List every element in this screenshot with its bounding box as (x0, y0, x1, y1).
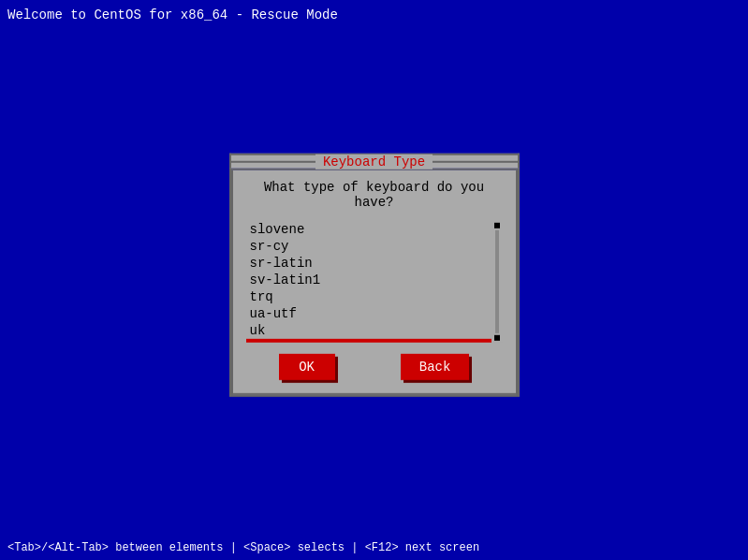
list-item[interactable]: us (246, 339, 491, 343)
list-item[interactable]: trq (246, 288, 491, 305)
list-items[interactable]: slovenesr-cysr-latinsv-latin1trqua-utfuk… (246, 221, 491, 343)
scroll-up-indicator (494, 223, 500, 228)
title-line-right (433, 161, 517, 163)
list-item[interactable]: uk (246, 322, 491, 339)
scrollbar[interactable] (491, 221, 503, 343)
dialog-title: Keyboard Type (315, 155, 433, 169)
ok-button[interactable]: OK (279, 354, 335, 380)
buttons-row: OK Back (246, 354, 503, 380)
title-line-left (231, 161, 315, 163)
list-item[interactable]: sr-latin (246, 255, 491, 272)
keyboard-list-area[interactable]: slovenesr-cysr-latinsv-latin1trqua-utfuk… (246, 221, 503, 343)
scroll-track (495, 230, 499, 333)
list-item[interactable]: sv-latin1 (246, 272, 491, 288)
question-text: What type of keyboard do you have? (246, 180, 503, 210)
status-bar: <Tab>/<Alt-Tab> between elements | <Spac… (7, 541, 741, 554)
dialog-frame: What type of keyboard do you have? slove… (231, 170, 518, 395)
status-text: <Tab>/<Alt-Tab> between elements | <Spac… (7, 541, 479, 554)
window-title: Welcome to CentOS for x86_64 - Rescue Mo… (7, 7, 338, 22)
list-item[interactable]: sr-cy (246, 238, 491, 255)
title-bar: Welcome to CentOS for x86_64 - Rescue Mo… (7, 7, 338, 22)
scroll-down-indicator (494, 335, 500, 341)
list-item[interactable]: ua-utf (246, 305, 491, 322)
back-button[interactable]: Back (401, 354, 470, 380)
dialog-box: What type of keyboard do you have? slove… (229, 169, 520, 397)
dialog-overlay: Keyboard Type What type of keyboard do y… (229, 154, 520, 397)
list-item[interactable]: slovene (246, 221, 491, 238)
dialog-title-wrapper: Keyboard Type (229, 154, 520, 169)
